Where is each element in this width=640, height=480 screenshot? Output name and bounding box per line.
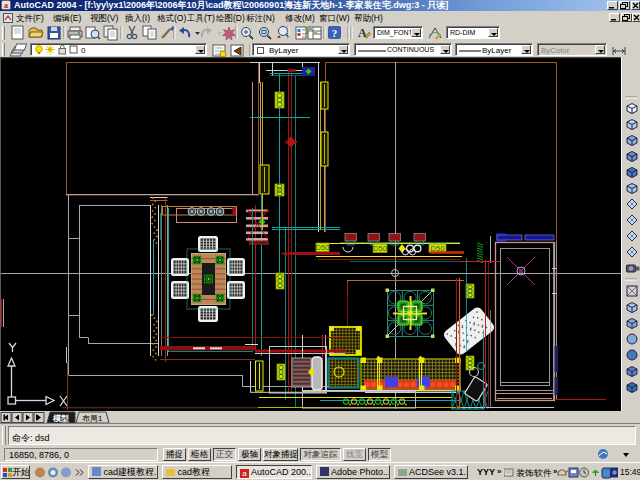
svg-text:模型: 模型 <box>52 414 69 423</box>
svg-text:D50: D50 <box>316 243 330 252</box>
svg-text:a: a <box>4 1 8 10</box>
svg-text:?: ? <box>332 27 338 39</box>
svg-text:D50: D50 <box>373 244 387 253</box>
svg-text:布局1: 布局1 <box>82 414 103 423</box>
